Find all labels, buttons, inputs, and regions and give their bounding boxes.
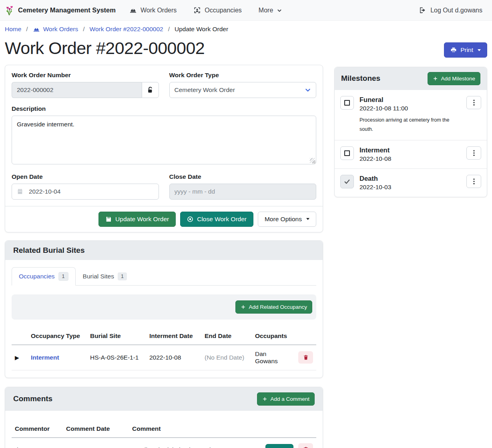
unlock-button[interactable] — [142, 82, 159, 98]
main-content: Work Order Number Work — [0, 65, 492, 448]
tab-burial-sites-count-badge: 1 — [118, 272, 127, 280]
related-tabs: Occupancies 1 Burial Sites 1 — [12, 267, 316, 286]
nav-occupancies[interactable]: Occupancies — [193, 6, 242, 14]
occupancies-toolbar: Add Related Occupancy — [12, 294, 316, 320]
milestone-checkbox[interactable] — [340, 146, 354, 160]
hard-hat-icon — [33, 26, 40, 33]
caret-down-icon — [478, 49, 481, 51]
col-commentor: Commentor — [12, 420, 63, 438]
occupancies-table: Occupancy Type Burial Site Interment Dat… — [12, 328, 316, 370]
app-title: Cemetery Management System — [18, 6, 116, 14]
close-work-order-button[interactable]: Close Work Order — [180, 212, 253, 227]
comments-card: Comments Add a Comment Commentor — [5, 387, 323, 448]
milestone-menu-button[interactable] — [466, 96, 481, 109]
milestone-menu-button[interactable] — [466, 175, 481, 188]
open-date-input[interactable] — [12, 184, 159, 200]
breadcrumb: Home / Work Orders / Work Order #2022-00… — [0, 21, 492, 34]
milestone-date: 2022-10-08 — [359, 155, 461, 162]
page-title: Work Order #2022-000002 — [5, 38, 205, 59]
breadcrumb-separator: / — [26, 26, 28, 33]
occupancies-table-header-row: Occupancy Type Burial Site Interment Dat… — [12, 328, 316, 345]
tab-occupancies[interactable]: Occupancies 1 — [12, 267, 76, 286]
comments-title: Comments — [13, 394, 52, 403]
occupancy-frame-icon — [193, 6, 201, 14]
description-textarea[interactable]: Graveside interment. — [12, 116, 316, 164]
work-order-type-label: Work Order Type — [169, 72, 317, 79]
milestone-item-funeral: Funeral 2022-10-08 11:00 Procession arri… — [335, 90, 487, 140]
add-related-occupancy-button[interactable]: Add Related Occupancy — [235, 300, 312, 314]
milestone-checkbox[interactable] — [340, 96, 354, 110]
checkbox-empty-icon — [344, 100, 350, 106]
breadcrumb-work-order-number[interactable]: Work Order #2022-000002 — [90, 26, 163, 33]
comment-text-cell: Family scheduled to be on site at 12:30. — [129, 438, 262, 448]
chevron-down-icon — [277, 8, 282, 13]
milestones-title: Milestones — [341, 74, 380, 83]
top-navbar: Cemetery Management System Work Orders O… — [0, 0, 492, 21]
nav-more[interactable]: More — [259, 7, 282, 14]
app-brand[interactable]: Cemetery Management System — [5, 5, 116, 16]
milestone-menu-button[interactable] — [466, 146, 481, 160]
col-occupants: Occupants — [252, 328, 294, 345]
col-interment-date: Interment Date — [146, 328, 201, 345]
more-options-button[interactable]: More Options — [258, 212, 316, 227]
milestone-title: Death — [359, 175, 461, 182]
plus-icon — [241, 304, 246, 310]
interment-date-cell: 2022-10-08 — [146, 345, 201, 370]
printer-icon — [450, 47, 457, 53]
delete-occupancy-button[interactable] — [298, 351, 313, 364]
tab-burial-sites[interactable]: Burial Sites 1 — [76, 267, 134, 286]
unlock-icon — [147, 86, 154, 94]
title-row: Work Order #2022-000002 Print — [0, 34, 492, 59]
milestone-date: 2022-10-08 11:00 — [359, 105, 461, 112]
commentor-cell: d.gowans — [12, 438, 63, 448]
chevron-down-icon — [305, 87, 311, 93]
work-order-form: Work Order Number Work — [5, 65, 323, 206]
plus-icon — [262, 396, 267, 402]
save-icon — [105, 216, 112, 222]
comments-header: Comments Add a Comment — [5, 387, 323, 411]
delete-comment-button[interactable] — [298, 443, 313, 448]
comment-table-row: d.gowans 2022-10-07 10:08 Family schedul… — [12, 438, 316, 448]
comments-table: Commentor Comment Date Comment d.gowans … — [12, 420, 316, 448]
kebab-icon — [473, 178, 475, 184]
work-order-form-card: Work Order Number Work — [5, 65, 323, 232]
sign-out-icon — [419, 6, 426, 14]
nav-work-orders[interactable]: Work Orders — [129, 6, 177, 14]
occupancy-type-link[interactable]: Interment — [31, 354, 59, 361]
burial-site-cell: HS-A-0S-26E-1-1 — [87, 345, 146, 370]
add-milestone-button[interactable]: Add Milestone — [428, 72, 480, 85]
stop-circle-icon — [187, 216, 193, 222]
breadcrumb-work-orders[interactable]: Work Orders — [33, 26, 78, 33]
print-button[interactable]: Print — [444, 42, 487, 58]
occupancy-table-row: ▶ Interment HS-A-0S-26E-1-1 2022-10-08 (… — [12, 345, 316, 370]
expand-row-icon[interactable]: ▶ — [12, 345, 28, 370]
col-comment-date: Comment Date — [63, 420, 129, 438]
trash-icon — [303, 446, 309, 448]
edit-comment-button[interactable]: Edit — [265, 444, 293, 448]
work-order-number-input — [12, 82, 142, 98]
open-date-label: Open Date — [12, 173, 159, 180]
breadcrumb-separator: / — [168, 26, 170, 33]
col-occupancy-type: Occupancy Type — [28, 328, 87, 345]
comment-date-cell: 2022-10-07 10:08 — [63, 438, 129, 448]
close-date-label: Close Date — [169, 173, 317, 180]
kebab-icon — [473, 100, 475, 106]
breadcrumb-home[interactable]: Home — [5, 26, 21, 33]
milestones-header: Milestones Add Milestone — [335, 67, 487, 90]
logout-button[interactable]: Log Out d.gowans — [419, 6, 482, 14]
hard-hat-icon — [129, 6, 137, 14]
tulip-logo-icon — [5, 5, 14, 16]
work-order-type-select[interactable]: Cemetery Work Order — [169, 82, 317, 98]
description-label: Description — [12, 105, 316, 112]
milestone-title: Funeral — [359, 96, 461, 104]
update-work-order-button[interactable]: Update Work Order — [98, 212, 176, 227]
trash-icon — [303, 354, 309, 360]
milestone-description: Procession arriving at cemetery from the… — [359, 116, 461, 134]
checkbox-empty-icon — [344, 150, 350, 156]
add-comment-button[interactable]: Add a Comment — [257, 392, 315, 406]
form-footer: Update Work Order Close Work Order More … — [5, 206, 323, 232]
col-comment: Comment — [129, 420, 262, 438]
end-date-cell: (No End Date) — [201, 345, 252, 370]
milestones-card: Milestones Add Milestone Funeral 2022-10… — [334, 67, 487, 197]
milestone-checkbox-checked[interactable] — [340, 175, 354, 188]
